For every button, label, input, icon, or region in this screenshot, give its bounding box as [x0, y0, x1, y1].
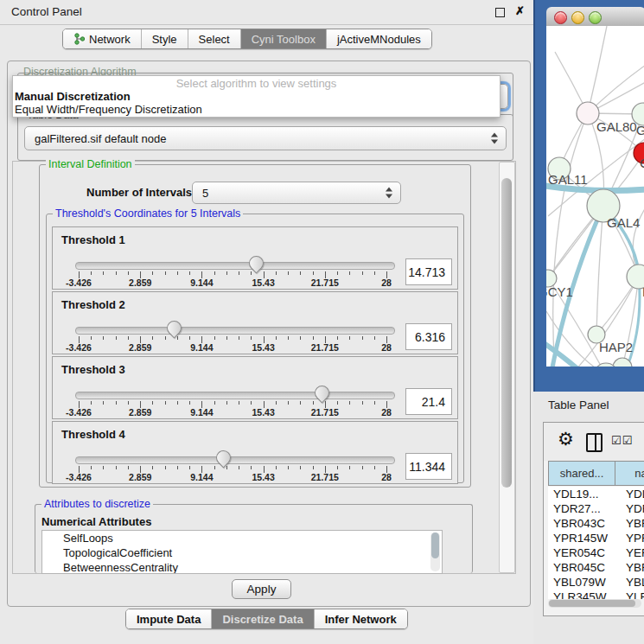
threshold-label: Threshold 4 — [61, 428, 125, 441]
control-panel-titlebar: Control Panel ✗ — [0, 0, 533, 25]
column-header-1[interactable]: shared... — [548, 461, 615, 486]
zoom-traffic-light-icon[interactable] — [589, 11, 602, 24]
table-cell: YLR3 — [621, 590, 644, 599]
network-icon — [73, 33, 85, 45]
horizontal-scrollbar[interactable] — [548, 599, 641, 608]
network-edge[interactable] — [588, 26, 607, 113]
threshold-value-field[interactable]: 11.344 — [405, 453, 452, 480]
table-toolbar: ⚙ ☑☑ — [544, 423, 644, 461]
threshold-value-field[interactable]: 14.713 — [405, 258, 452, 285]
scale-label: 28 — [381, 407, 392, 418]
tab-infer-network[interactable]: Infer Network — [315, 609, 407, 628]
scale-label: -3.426 — [66, 472, 92, 482]
tab-discretize-data[interactable]: Discretize Data — [212, 609, 314, 628]
table-data-value: galFiltered.sif default node — [35, 132, 166, 145]
tab-impute-data[interactable]: Impute Data — [126, 609, 212, 628]
network-edge[interactable] — [596, 206, 603, 335]
stepper-icon — [491, 133, 498, 144]
slider-thumb[interactable] — [214, 447, 234, 468]
tab-label: jActiveMNodules — [337, 33, 421, 46]
num-intervals-combobox[interactable]: 5 — [192, 182, 401, 204]
close-icon[interactable]: ✗ — [515, 4, 525, 17]
tab-label: Select — [199, 33, 230, 46]
threshold-value-field[interactable]: 21.4 — [405, 388, 452, 415]
tab-label: Impute Data — [137, 613, 201, 626]
close-traffic-light-icon[interactable] — [554, 11, 567, 24]
apply-button[interactable]: Apply — [232, 579, 291, 599]
scale-label: 9.144 — [190, 342, 213, 353]
table-cell: YBL0 — [621, 575, 644, 590]
attribute-list-item[interactable]: SelfLoops — [42, 531, 442, 545]
network-window-titlebar[interactable] — [546, 7, 644, 27]
table-panel-title: Table Panel — [548, 399, 609, 411]
tab-cyni-toolbox[interactable]: Cyni Toolbox — [241, 29, 327, 48]
threshold-label: Threshold 1 — [61, 233, 125, 246]
threshold-value-field[interactable]: 6.316 — [405, 323, 452, 350]
dropdown-option[interactable]: Manual Discretization — [13, 90, 500, 103]
slider-scale-labels: -3.4262.8599.14415.4321.71528 — [79, 277, 386, 288]
table-header: shared...na — [548, 461, 644, 486]
node-label: GA — [636, 123, 644, 137]
panel-title: Control Panel — [11, 5, 82, 18]
tab-label: Cyni Toolbox — [252, 33, 316, 46]
table-row[interactable]: YLR345WYLR3 — [548, 590, 644, 599]
threshold-panel-2: Threshold 2-3.4262.8599.14415.4321.71528… — [52, 291, 458, 354]
attributes-group-label: Attributes to discretize — [41, 498, 153, 510]
table-row[interactable]: YPR145WYPR1 — [548, 531, 644, 545]
slider-thumb[interactable] — [246, 252, 267, 273]
vertical-scrollbar[interactable] — [499, 162, 515, 573]
scale-label: -3.426 — [66, 407, 92, 418]
slider-thumb[interactable] — [164, 317, 185, 338]
table-cell: YER0 — [621, 545, 644, 560]
table-cell: YPR1 — [621, 531, 644, 545]
node-label: GAL4 — [607, 215, 640, 230]
table-row[interactable]: YBR043CYBR0 — [548, 516, 644, 531]
table-row[interactable]: YDR27...YDR2 — [548, 501, 644, 516]
minimize-traffic-light-icon[interactable] — [571, 11, 584, 24]
table-cell: YER054C — [548, 545, 621, 560]
slider-track[interactable] — [75, 327, 395, 335]
gear-icon[interactable]: ⚙ — [558, 429, 574, 450]
tab-jactivemnodules[interactable]: jActiveMNodules — [327, 29, 431, 48]
table-cell: YLR345W — [548, 590, 621, 599]
slider-scale-labels: -3.4262.8599.14415.4321.71528 — [79, 407, 386, 418]
tab-style[interactable]: Style — [142, 29, 188, 48]
table-row[interactable]: YDL19...YDL1 — [548, 487, 644, 501]
scale-label: 28 — [381, 277, 392, 288]
slider-track[interactable] — [75, 456, 395, 464]
table-cell: YDR2 — [621, 501, 644, 516]
table-cell: YBR0 — [621, 516, 644, 531]
num-intervals-value: 5 — [202, 187, 208, 200]
tab-network[interactable]: Network — [63, 29, 142, 48]
scale-label: 21.715 — [311, 407, 339, 418]
table-data-combobox[interactable]: galFiltered.sif default node — [24, 126, 507, 150]
table-cell: YPR145W — [548, 531, 621, 545]
float-window-icon[interactable] — [495, 8, 505, 17]
table-cell: YBR045C — [548, 560, 621, 575]
interval-group-label: Interval Definition — [46, 158, 135, 170]
table-row[interactable]: YBR045CYBR0 — [548, 560, 644, 575]
tab-label: Infer Network — [325, 613, 397, 626]
select-columns-checkboxes-icon[interactable]: ☑☑ — [611, 434, 633, 447]
right-mid-node[interactable] — [627, 265, 644, 289]
list-scrollbar-thumb[interactable] — [431, 532, 439, 558]
scale-label: 9.144 — [190, 277, 213, 288]
table-row[interactable]: YER054CYER0 — [548, 545, 644, 560]
tab-select[interactable]: Select — [188, 29, 241, 48]
attribute-list-item[interactable]: BetweennessCentrality — [42, 560, 442, 574]
dropdown-option[interactable]: Equal Width/Frequency Discretization — [13, 103, 500, 116]
slider-thumb[interactable] — [312, 382, 333, 403]
network-canvas[interactable]: GAL80GACGAL11GAL4GCY1HHAP2 — [546, 26, 644, 367]
slider-track[interactable] — [75, 262, 395, 270]
attribute-list-item[interactable]: TopologicalCoefficient — [42, 545, 442, 560]
scrollbar-thumb[interactable] — [501, 178, 512, 488]
list-scrollbar[interactable] — [430, 532, 440, 571]
slider-track[interactable] — [75, 392, 395, 399]
threshold-label: Threshold 3 — [61, 363, 125, 376]
table-cell: YBL079W — [548, 575, 621, 590]
horizontal-scrollbar-thumb[interactable] — [549, 600, 635, 607]
numerical-attributes-list: SelfLoopsTopologicalCoefficientBetweenne… — [41, 530, 443, 574]
column-header-2[interactable]: na — [615, 461, 644, 486]
table-row[interactable]: YBL079WYBL0 — [548, 575, 644, 590]
columns-icon[interactable] — [586, 433, 603, 452]
